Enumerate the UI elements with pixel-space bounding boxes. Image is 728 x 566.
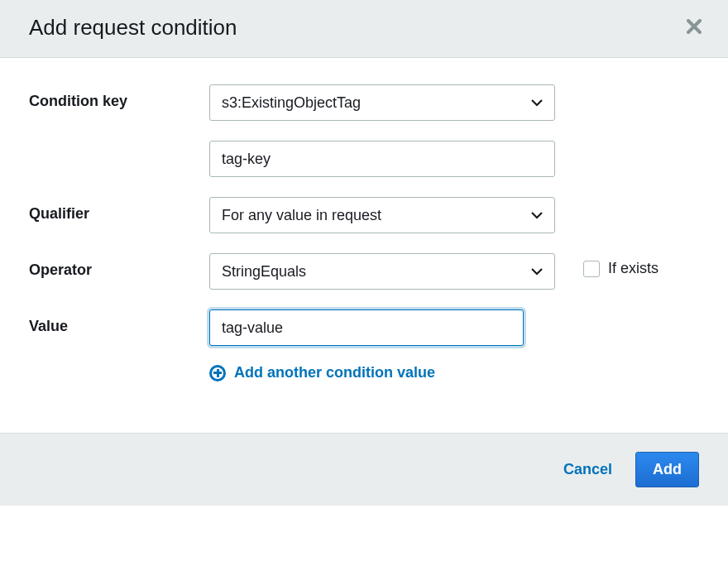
condition-key-label: Condition key (29, 84, 209, 110)
row-tag-key (29, 141, 699, 177)
qualifier-select[interactable]: For any value in request (209, 197, 555, 233)
add-condition-dialog: Add request condition Condition key s3:E… (0, 0, 728, 506)
row-value: Value Add another condition value (29, 309, 699, 385)
if-exists-checkbox[interactable] (583, 261, 600, 277)
cancel-button[interactable]: Cancel (563, 461, 612, 478)
row-operator: Operator StringEquals If exists (29, 253, 699, 290)
close-icon (687, 19, 702, 37)
chevron-down-icon (531, 98, 543, 107)
chevron-down-icon (531, 211, 543, 219)
condition-key-select[interactable]: s3:ExistingObjectTag (209, 84, 555, 121)
row-condition-key: Condition key s3:ExistingObjectTag (29, 84, 699, 121)
if-exists-group: If exists (555, 253, 659, 277)
operator-selected-value: StringEquals (222, 262, 306, 281)
qualifier-label: Qualifier (29, 197, 209, 223)
dialog-body: Condition key s3:ExistingObjectTag Quali… (0, 58, 728, 433)
if-exists-label: If exists (608, 260, 659, 277)
value-input[interactable] (209, 309, 524, 346)
close-button[interactable] (683, 19, 705, 37)
value-label: Value (29, 309, 209, 335)
qualifier-selected-value: For any value in request (222, 206, 381, 224)
dialog-header: Add request condition (0, 0, 728, 58)
chevron-down-icon (531, 267, 543, 276)
dialog-footer: Cancel Add (0, 433, 728, 506)
operator-label: Operator (29, 253, 209, 279)
add-condition-value-label: Add another condition value (234, 364, 435, 381)
row-qualifier: Qualifier For any value in request (29, 197, 699, 233)
condition-key-selected-value: s3:ExistingObjectTag (222, 94, 361, 112)
dialog-title: Add request condition (29, 15, 237, 41)
add-button[interactable]: Add (635, 452, 699, 487)
tag-key-input[interactable] (209, 141, 555, 177)
add-condition-value-link[interactable]: Add another condition value (209, 364, 435, 381)
operator-select[interactable]: StringEquals (209, 253, 555, 290)
plus-circle-icon (209, 365, 226, 381)
